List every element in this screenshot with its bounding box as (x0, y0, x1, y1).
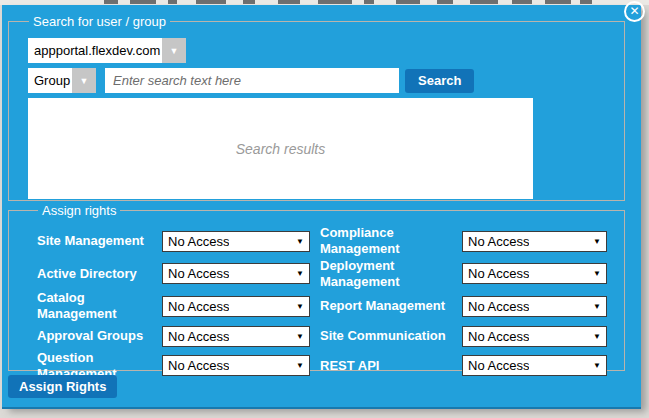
assign-rights-groupbox-title: Assign rights (38, 203, 120, 218)
assign-rights-button[interactable]: Assign Rights (8, 375, 117, 398)
chevron-down-icon[interactable]: ▼ (72, 68, 96, 93)
label-compliance-management: Compliance Management (310, 225, 462, 258)
label-site-management: Site Management (37, 233, 162, 249)
select-compliance-management[interactable]: No Access ▼ (462, 231, 607, 252)
search-results-panel[interactable]: Search results (28, 98, 533, 199)
select-deployment-management[interactable]: No Access ▼ (462, 263, 607, 284)
label-rest-api: REST API (310, 358, 462, 374)
select-report-management[interactable]: No Access ▼ (462, 296, 607, 317)
select-compliance-management-value: No Access (468, 234, 529, 249)
chevron-down-icon: ▼ (593, 269, 601, 278)
select-question-management[interactable]: No Access ▼ (162, 355, 310, 376)
select-deployment-management-value: No Access (468, 266, 529, 281)
select-site-communication-value: No Access (468, 329, 529, 344)
chevron-down-icon: ▼ (593, 332, 601, 341)
label-approval-groups: Approval Groups (37, 328, 162, 344)
select-report-management-value: No Access (468, 299, 529, 314)
label-report-management: Report Management (310, 298, 462, 314)
domain-dropdown[interactable]: appportal.flexdev.com ▼ (28, 38, 186, 63)
label-catalog-management: Catalog Management (37, 290, 162, 323)
label-deployment-management: Deployment Management (310, 258, 462, 291)
search-groupbox: Search for user / group appportal.flexde… (8, 14, 625, 201)
select-approval-groups-value: No Access (168, 329, 229, 344)
chevron-down-icon: ▼ (296, 237, 304, 246)
label-active-directory: Active Directory (37, 266, 162, 282)
search-type-dropdown-value: Group (28, 68, 72, 93)
search-type-dropdown[interactable]: Group ▼ (28, 68, 96, 93)
select-site-management-value: No Access (168, 234, 229, 249)
close-icon[interactable]: ✕ (624, 1, 645, 22)
select-site-management[interactable]: No Access ▼ (162, 231, 310, 252)
chevron-down-icon: ▼ (593, 361, 601, 370)
select-catalog-management[interactable]: No Access ▼ (162, 296, 310, 317)
chevron-down-icon[interactable]: ▼ (162, 38, 186, 63)
select-rest-api[interactable]: No Access ▼ (462, 355, 607, 376)
search-groupbox-title: Search for user / group (29, 14, 170, 29)
assign-rights-groupbox: Assign rights Site Management No Access … (8, 203, 625, 371)
chevron-down-icon: ▼ (593, 237, 601, 246)
label-site-communication: Site Communication (310, 328, 462, 344)
chevron-down-icon: ▼ (296, 361, 304, 370)
chevron-down-icon: ▼ (296, 269, 304, 278)
search-results-placeholder: Search results (236, 141, 325, 157)
select-active-directory[interactable]: No Access ▼ (162, 263, 310, 284)
chevron-down-icon: ▼ (296, 332, 304, 341)
assign-rights-dialog: ✕ Search for user / group appportal.flex… (2, 5, 641, 409)
select-catalog-management-value: No Access (168, 299, 229, 314)
select-rest-api-value: No Access (468, 358, 529, 373)
select-question-management-value: No Access (168, 358, 229, 373)
select-site-communication[interactable]: No Access ▼ (462, 326, 607, 347)
select-approval-groups[interactable]: No Access ▼ (162, 326, 310, 347)
chevron-down-icon: ▼ (593, 302, 601, 311)
search-button[interactable]: Search (405, 69, 474, 93)
select-active-directory-value: No Access (168, 266, 229, 281)
domain-dropdown-value: appportal.flexdev.com (28, 38, 162, 63)
chevron-down-icon: ▼ (296, 302, 304, 311)
search-input[interactable] (105, 68, 399, 93)
